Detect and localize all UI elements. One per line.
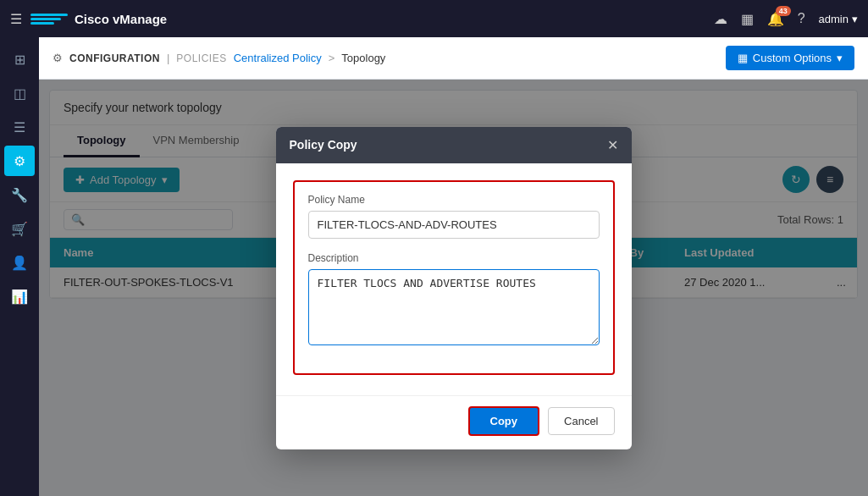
modal-footer: Copy Cancel	[276, 395, 632, 449]
sidebar-item-users[interactable]: 👤	[4, 247, 35, 278]
policy-name-label: Policy Name	[308, 194, 600, 206]
modal-form-border: Policy Name Description FILTER TLOCS AND…	[293, 180, 615, 375]
modal-header: Policy Copy ✕	[276, 127, 632, 163]
description-group: Description FILTER TLOCS AND ADVERTISE R…	[308, 252, 600, 348]
subheader-left: ⚙ CONFIGURATION | POLICIES Centralized P…	[53, 52, 385, 64]
page-body: Specify your network topology Topology V…	[39, 80, 868, 496]
sidebar-item-settings[interactable]: ⚙	[4, 146, 35, 176]
help-icon[interactable]: ?	[798, 11, 805, 26]
config-label: CONFIGURATION	[69, 52, 160, 64]
logo-bar-1	[30, 14, 68, 16]
modal-close-button[interactable]: ✕	[607, 137, 618, 153]
custom-options-button[interactable]: ▦ Custom Options ▾	[726, 46, 854, 70]
cancel-button[interactable]: Cancel	[548, 407, 614, 435]
navbar-left: ☰ Cisco vManage	[10, 10, 167, 27]
hamburger-icon[interactable]: ☰	[10, 11, 22, 27]
description-label: Description	[308, 252, 600, 264]
sidebar: ⊞ ◫ ☰ ⚙ 🔧 🛒 👤 📊	[0, 37, 39, 496]
brand-name: Cisco vManage	[75, 12, 167, 26]
breadcrumb-separator: >	[329, 52, 335, 64]
divider: |	[167, 52, 169, 64]
bell-badge: 43	[776, 6, 791, 16]
admin-menu[interactable]: admin ▾	[819, 13, 858, 25]
admin-chevron-icon: ▾	[852, 13, 858, 25]
layout: ⊞ ◫ ☰ ⚙ 🔧 🛒 👤 📊 ⚙ CONFIGURATION | POLICI…	[0, 37, 868, 496]
policy-name-input[interactable]	[308, 211, 600, 239]
breadcrumb-centralized-policy[interactable]: Centralized Policy	[234, 52, 322, 64]
grid-icon[interactable]: ▦	[741, 11, 754, 27]
sidebar-item-dashboard[interactable]: ⊞	[4, 44, 35, 74]
custom-options-grid-icon: ▦	[738, 52, 748, 64]
admin-label: admin	[819, 13, 849, 25]
navbar: ☰ Cisco vManage ☁ ▦ 🔔 43 ? admin ▾	[0, 0, 868, 37]
policies-label: POLICIES	[176, 52, 226, 64]
sidebar-item-topology[interactable]: ◫	[4, 78, 35, 108]
sidebar-item-cart[interactable]: 🛒	[4, 213, 35, 244]
modal-body: Policy Name Description FILTER TLOCS AND…	[276, 163, 632, 395]
custom-options-chevron-icon: ▾	[837, 52, 843, 64]
policy-name-group: Policy Name	[308, 194, 600, 239]
modal-title: Policy Copy	[290, 138, 357, 152]
subheader-gear-icon: ⚙	[53, 52, 63, 64]
logo-bar-3	[30, 22, 54, 25]
custom-options-label: Custom Options	[753, 52, 832, 64]
breadcrumb-current: Topology	[341, 52, 385, 64]
description-textarea[interactable]: FILTER TLOCS AND ADVERTISE ROUTES	[308, 269, 600, 345]
subheader: ⚙ CONFIGURATION | POLICIES Centralized P…	[39, 37, 868, 80]
main-content: ⚙ CONFIGURATION | POLICIES Centralized P…	[39, 37, 868, 496]
navbar-right: ☁ ▦ 🔔 43 ? admin ▾	[714, 11, 858, 27]
cisco-logo	[30, 10, 68, 27]
sidebar-item-reports[interactable]: 📊	[4, 281, 35, 311]
bell-icon[interactable]: 🔔 43	[767, 11, 784, 27]
modal-overlay: Policy Copy ✕ Policy Name Description FI…	[39, 80, 868, 496]
sidebar-item-tools[interactable]: 🔧	[4, 179, 35, 210]
sidebar-item-list[interactable]: ☰	[4, 112, 35, 142]
policy-copy-modal: Policy Copy ✕ Policy Name Description FI…	[276, 127, 632, 449]
copy-button[interactable]: Copy	[468, 406, 540, 436]
logo-bar-2	[30, 18, 61, 20]
brand: Cisco vManage	[30, 10, 167, 27]
cloud-icon[interactable]: ☁	[714, 11, 727, 27]
